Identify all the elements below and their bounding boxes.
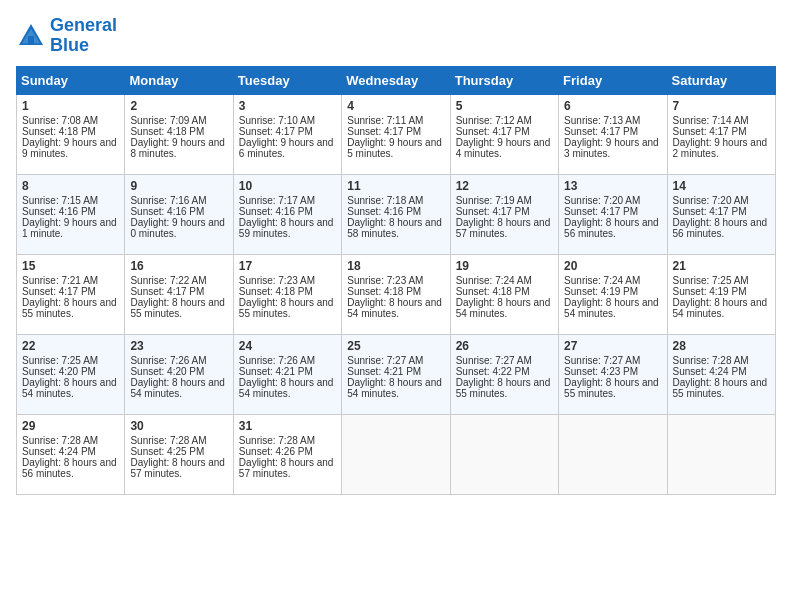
calendar-cell bbox=[667, 414, 775, 494]
daylight-text: Daylight: 8 hours and 57 minutes. bbox=[239, 457, 336, 479]
day-number: 25 bbox=[347, 339, 444, 353]
calendar-header-row: SundayMondayTuesdayWednesdayThursdayFrid… bbox=[17, 66, 776, 94]
daylight-text: Daylight: 8 hours and 55 minutes. bbox=[456, 377, 553, 399]
sunset-text: Sunset: 4:20 PM bbox=[22, 366, 119, 377]
week-row-2: 8Sunrise: 7:15 AMSunset: 4:16 PMDaylight… bbox=[17, 174, 776, 254]
daylight-text: Daylight: 8 hours and 56 minutes. bbox=[673, 217, 770, 239]
calendar-cell bbox=[559, 414, 667, 494]
calendar-cell: 13Sunrise: 7:20 AMSunset: 4:17 PMDayligh… bbox=[559, 174, 667, 254]
sunset-text: Sunset: 4:16 PM bbox=[239, 206, 336, 217]
sunset-text: Sunset: 4:17 PM bbox=[22, 286, 119, 297]
sunrise-text: Sunrise: 7:20 AM bbox=[673, 195, 770, 206]
week-row-5: 29Sunrise: 7:28 AMSunset: 4:24 PMDayligh… bbox=[17, 414, 776, 494]
sunrise-text: Sunrise: 7:24 AM bbox=[564, 275, 661, 286]
sunset-text: Sunset: 4:17 PM bbox=[456, 126, 553, 137]
sunset-text: Sunset: 4:21 PM bbox=[347, 366, 444, 377]
sunset-text: Sunset: 4:16 PM bbox=[130, 206, 227, 217]
week-row-4: 22Sunrise: 7:25 AMSunset: 4:20 PMDayligh… bbox=[17, 334, 776, 414]
calendar-cell: 4Sunrise: 7:11 AMSunset: 4:17 PMDaylight… bbox=[342, 94, 450, 174]
calendar-cell: 22Sunrise: 7:25 AMSunset: 4:20 PMDayligh… bbox=[17, 334, 125, 414]
sunset-text: Sunset: 4:17 PM bbox=[673, 206, 770, 217]
sunrise-text: Sunrise: 7:13 AM bbox=[564, 115, 661, 126]
day-number: 11 bbox=[347, 179, 444, 193]
sunrise-text: Sunrise: 7:26 AM bbox=[239, 355, 336, 366]
sunset-text: Sunset: 4:18 PM bbox=[456, 286, 553, 297]
calendar-cell: 18Sunrise: 7:23 AMSunset: 4:18 PMDayligh… bbox=[342, 254, 450, 334]
sunrise-text: Sunrise: 7:19 AM bbox=[456, 195, 553, 206]
daylight-text: Daylight: 8 hours and 56 minutes. bbox=[564, 217, 661, 239]
sunset-text: Sunset: 4:19 PM bbox=[564, 286, 661, 297]
day-number: 20 bbox=[564, 259, 661, 273]
day-number: 3 bbox=[239, 99, 336, 113]
calendar-cell: 21Sunrise: 7:25 AMSunset: 4:19 PMDayligh… bbox=[667, 254, 775, 334]
col-header-wednesday: Wednesday bbox=[342, 66, 450, 94]
sunset-text: Sunset: 4:17 PM bbox=[130, 286, 227, 297]
daylight-text: Daylight: 9 hours and 6 minutes. bbox=[239, 137, 336, 159]
calendar-cell: 11Sunrise: 7:18 AMSunset: 4:16 PMDayligh… bbox=[342, 174, 450, 254]
calendar-cell: 8Sunrise: 7:15 AMSunset: 4:16 PMDaylight… bbox=[17, 174, 125, 254]
svg-rect-2 bbox=[28, 36, 34, 45]
day-number: 7 bbox=[673, 99, 770, 113]
sunrise-text: Sunrise: 7:23 AM bbox=[347, 275, 444, 286]
day-number: 18 bbox=[347, 259, 444, 273]
daylight-text: Daylight: 9 hours and 9 minutes. bbox=[22, 137, 119, 159]
sunset-text: Sunset: 4:18 PM bbox=[239, 286, 336, 297]
sunset-text: Sunset: 4:16 PM bbox=[22, 206, 119, 217]
day-number: 5 bbox=[456, 99, 553, 113]
col-header-sunday: Sunday bbox=[17, 66, 125, 94]
header: General Blue bbox=[16, 16, 776, 56]
sunrise-text: Sunrise: 7:24 AM bbox=[456, 275, 553, 286]
logo: General Blue bbox=[16, 16, 117, 56]
daylight-text: Daylight: 8 hours and 59 minutes. bbox=[239, 217, 336, 239]
calendar-cell: 26Sunrise: 7:27 AMSunset: 4:22 PMDayligh… bbox=[450, 334, 558, 414]
sunrise-text: Sunrise: 7:17 AM bbox=[239, 195, 336, 206]
calendar-cell: 25Sunrise: 7:27 AMSunset: 4:21 PMDayligh… bbox=[342, 334, 450, 414]
logo-text: General Blue bbox=[50, 16, 117, 56]
sunrise-text: Sunrise: 7:12 AM bbox=[456, 115, 553, 126]
calendar-cell: 12Sunrise: 7:19 AMSunset: 4:17 PMDayligh… bbox=[450, 174, 558, 254]
daylight-text: Daylight: 8 hours and 58 minutes. bbox=[347, 217, 444, 239]
day-number: 6 bbox=[564, 99, 661, 113]
sunrise-text: Sunrise: 7:28 AM bbox=[239, 435, 336, 446]
daylight-text: Daylight: 9 hours and 3 minutes. bbox=[564, 137, 661, 159]
day-number: 29 bbox=[22, 419, 119, 433]
calendar-cell: 5Sunrise: 7:12 AMSunset: 4:17 PMDaylight… bbox=[450, 94, 558, 174]
day-number: 26 bbox=[456, 339, 553, 353]
calendar-cell: 3Sunrise: 7:10 AMSunset: 4:17 PMDaylight… bbox=[233, 94, 341, 174]
calendar-cell: 30Sunrise: 7:28 AMSunset: 4:25 PMDayligh… bbox=[125, 414, 233, 494]
daylight-text: Daylight: 8 hours and 57 minutes. bbox=[130, 457, 227, 479]
calendar-cell: 28Sunrise: 7:28 AMSunset: 4:24 PMDayligh… bbox=[667, 334, 775, 414]
day-number: 22 bbox=[22, 339, 119, 353]
calendar-cell: 6Sunrise: 7:13 AMSunset: 4:17 PMDaylight… bbox=[559, 94, 667, 174]
sunset-text: Sunset: 4:17 PM bbox=[347, 126, 444, 137]
sunrise-text: Sunrise: 7:18 AM bbox=[347, 195, 444, 206]
daylight-text: Daylight: 8 hours and 55 minutes. bbox=[564, 377, 661, 399]
sunrise-text: Sunrise: 7:28 AM bbox=[22, 435, 119, 446]
sunrise-text: Sunrise: 7:23 AM bbox=[239, 275, 336, 286]
sunrise-text: Sunrise: 7:27 AM bbox=[347, 355, 444, 366]
week-row-1: 1Sunrise: 7:08 AMSunset: 4:18 PMDaylight… bbox=[17, 94, 776, 174]
day-number: 28 bbox=[673, 339, 770, 353]
sunrise-text: Sunrise: 7:11 AM bbox=[347, 115, 444, 126]
calendar-cell: 7Sunrise: 7:14 AMSunset: 4:17 PMDaylight… bbox=[667, 94, 775, 174]
daylight-text: Daylight: 9 hours and 4 minutes. bbox=[456, 137, 553, 159]
sunrise-text: Sunrise: 7:28 AM bbox=[673, 355, 770, 366]
sunrise-text: Sunrise: 7:09 AM bbox=[130, 115, 227, 126]
sunrise-text: Sunrise: 7:27 AM bbox=[456, 355, 553, 366]
daylight-text: Daylight: 8 hours and 55 minutes. bbox=[673, 377, 770, 399]
daylight-text: Daylight: 9 hours and 0 minutes. bbox=[130, 217, 227, 239]
sunset-text: Sunset: 4:16 PM bbox=[347, 206, 444, 217]
daylight-text: Daylight: 9 hours and 8 minutes. bbox=[130, 137, 227, 159]
sunrise-text: Sunrise: 7:25 AM bbox=[22, 355, 119, 366]
logo-icon bbox=[16, 21, 46, 51]
daylight-text: Daylight: 8 hours and 54 minutes. bbox=[239, 377, 336, 399]
calendar-cell: 20Sunrise: 7:24 AMSunset: 4:19 PMDayligh… bbox=[559, 254, 667, 334]
sunset-text: Sunset: 4:18 PM bbox=[22, 126, 119, 137]
day-number: 27 bbox=[564, 339, 661, 353]
sunset-text: Sunset: 4:19 PM bbox=[673, 286, 770, 297]
daylight-text: Daylight: 9 hours and 1 minute. bbox=[22, 217, 119, 239]
sunset-text: Sunset: 4:22 PM bbox=[456, 366, 553, 377]
sunset-text: Sunset: 4:17 PM bbox=[564, 126, 661, 137]
sunset-text: Sunset: 4:18 PM bbox=[347, 286, 444, 297]
day-number: 16 bbox=[130, 259, 227, 273]
